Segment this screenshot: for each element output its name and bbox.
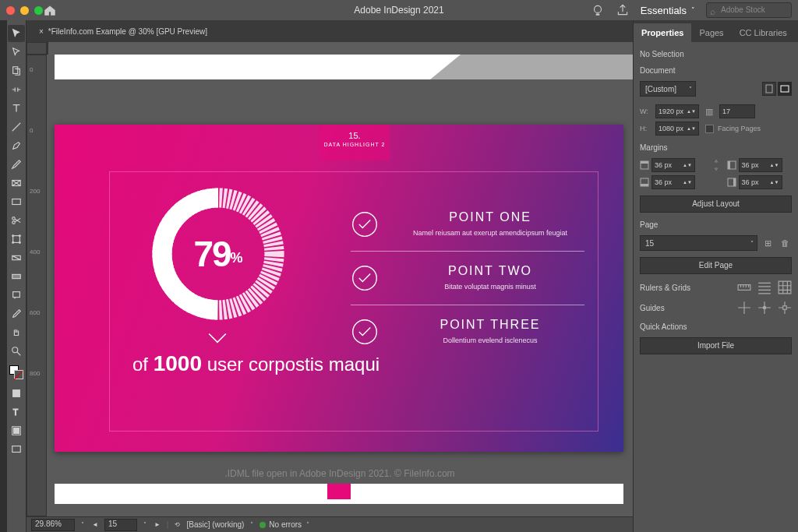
zoom-input[interactable]: 29.86% bbox=[31, 519, 75, 531]
height-label: H: bbox=[640, 125, 651, 132]
screen-mode-icon[interactable] bbox=[8, 441, 25, 458]
note-tool[interactable] bbox=[8, 287, 25, 304]
svg-rect-12 bbox=[12, 274, 21, 278]
section-rulers: Rulers & Grids bbox=[640, 284, 690, 292]
page-input[interactable]: 15 bbox=[104, 519, 137, 531]
direct-selection-tool[interactable] bbox=[8, 44, 25, 61]
tab-pages[interactable]: Pages bbox=[691, 23, 731, 42]
refresh-icon[interactable]: ⟲ bbox=[173, 521, 182, 528]
minimize-window[interactable] bbox=[20, 6, 29, 15]
workspace-selector[interactable]: Essentials ˅ bbox=[641, 5, 695, 16]
rectangle-frame-tool[interactable] bbox=[8, 174, 25, 192]
margin-right-input[interactable]: 36 px▲▼ bbox=[739, 175, 782, 189]
pencil-tool[interactable] bbox=[8, 156, 25, 173]
check-circle-icon bbox=[351, 264, 379, 292]
document-grid-icon[interactable] bbox=[778, 280, 792, 294]
prev-page-edge bbox=[55, 55, 633, 79]
lightbulb-icon[interactable] bbox=[591, 3, 605, 17]
margin-left-icon bbox=[727, 160, 736, 170]
line-tool[interactable] bbox=[8, 118, 25, 136]
adjust-layout-button[interactable]: Adjust Layout bbox=[640, 196, 792, 213]
fill-stroke-indicator[interactable] bbox=[8, 361, 25, 383]
facing-pages-checkbox[interactable] bbox=[705, 125, 714, 133]
width-input[interactable]: 1920 px▲▼ bbox=[655, 104, 699, 118]
ruler-icon[interactable] bbox=[737, 280, 751, 294]
svg-rect-13 bbox=[13, 292, 20, 298]
donut-value: 79 bbox=[193, 234, 230, 274]
svg-rect-37 bbox=[783, 306, 787, 310]
format-text-icon[interactable]: T bbox=[8, 403, 25, 421]
stock-search[interactable]: Adobe Stock bbox=[706, 2, 792, 18]
svg-rect-28 bbox=[641, 161, 648, 164]
document-preset-dropdown[interactable]: [Custom] bbox=[640, 81, 696, 97]
vertical-ruler[interactable]: 00200400600800 bbox=[26, 55, 47, 516]
edit-page-button[interactable]: Edit Page bbox=[640, 257, 792, 274]
smart-guides-icon[interactable] bbox=[778, 301, 792, 315]
import-file-button[interactable]: Import File bbox=[640, 337, 792, 354]
point-item: POINT THREEDollentium evelend isclenecus bbox=[351, 305, 584, 358]
svg-rect-32 bbox=[641, 184, 648, 186]
gap-tool[interactable] bbox=[8, 81, 25, 98]
tab-cc-libraries[interactable]: CC Libraries bbox=[732, 23, 795, 42]
margin-top-input[interactable]: 36 px▲▼ bbox=[651, 158, 695, 172]
canvas-area: × *FileInfo.com Example @ 30% [GPU Previ… bbox=[26, 20, 633, 532]
gradient-feather-tool[interactable] bbox=[8, 268, 25, 285]
pen-tool[interactable] bbox=[8, 137, 25, 154]
svg-rect-1 bbox=[13, 67, 18, 74]
layer-dropdown-icon[interactable]: ˅ bbox=[249, 521, 255, 528]
tab-properties[interactable]: Properties bbox=[634, 23, 691, 42]
page-number-dropdown[interactable]: 15 bbox=[640, 235, 757, 251]
new-page-icon[interactable]: ⊞ bbox=[761, 236, 775, 250]
point-subtitle: Dollentium evelend isclenecus bbox=[396, 336, 584, 344]
baseline-grid-icon[interactable] bbox=[757, 280, 772, 294]
point-subtitle: Namel reiusam aut exerupt amendicipsum f… bbox=[396, 229, 584, 237]
pages-icon: ▥ bbox=[704, 107, 715, 117]
document-tab[interactable]: × *FileInfo.com Example @ 30% [GPU Previ… bbox=[31, 22, 215, 41]
show-guides-icon[interactable] bbox=[737, 301, 751, 315]
preflight-status[interactable]: No errors ˅ bbox=[260, 520, 311, 529]
margin-bottom-input[interactable]: 36 px▲▼ bbox=[651, 175, 695, 189]
snap-guides-icon[interactable] bbox=[757, 301, 772, 315]
page-tool[interactable] bbox=[8, 62, 25, 79]
free-transform-tool[interactable] bbox=[8, 231, 25, 248]
gradient-swatch-tool[interactable] bbox=[8, 249, 25, 266]
share-icon[interactable] bbox=[616, 3, 630, 17]
orientation-landscape[interactable] bbox=[778, 82, 792, 96]
format-container-icon[interactable] bbox=[8, 385, 25, 402]
check-circle-icon bbox=[351, 318, 379, 346]
type-tool[interactable] bbox=[8, 100, 25, 117]
hand-tool[interactable] bbox=[8, 324, 25, 341]
svg-point-4 bbox=[12, 217, 16, 220]
svg-rect-30 bbox=[728, 161, 730, 169]
horizontal-ruler[interactable]: 020040060080010001200140016001800 bbox=[47, 42, 48, 55]
next-spread-icon[interactable]: ► bbox=[153, 521, 162, 528]
orientation-portrait[interactable] bbox=[762, 82, 776, 96]
link-margins-icon[interactable] bbox=[711, 158, 721, 172]
properties-panel: Properties Pages CC Libraries No Selecti… bbox=[633, 20, 798, 532]
svg-point-9 bbox=[12, 242, 14, 244]
eyedropper-tool[interactable] bbox=[8, 305, 25, 322]
zoom-tool[interactable] bbox=[8, 343, 25, 360]
selection-tool[interactable] bbox=[8, 25, 25, 42]
delete-page-icon[interactable]: 🗑 bbox=[778, 236, 792, 250]
body-copy: of 1000 user corpostis maqui bbox=[132, 351, 380, 377]
page-dropdown-icon[interactable]: ˅ bbox=[142, 521, 148, 528]
apply-color-icon[interactable] bbox=[8, 422, 25, 439]
prev-spread-icon[interactable]: ◄ bbox=[90, 521, 100, 528]
zoom-dropdown-icon[interactable]: ˅ bbox=[79, 521, 86, 528]
pages-input[interactable]: 17 bbox=[719, 104, 755, 118]
close-tab-icon[interactable]: × bbox=[39, 27, 44, 36]
svg-point-23 bbox=[353, 266, 377, 291]
document-viewport[interactable]: 15. DATA HIGHLIGHT 2 79% bbox=[47, 55, 633, 516]
status-bar: 29.86% ˅ ◄ 15 ˅ ► | ⟲ [Basic] (working) … bbox=[26, 516, 633, 532]
maximize-window[interactable] bbox=[34, 6, 43, 15]
scissors-tool[interactable] bbox=[8, 212, 25, 229]
close-window[interactable] bbox=[6, 6, 15, 15]
ruler-origin[interactable] bbox=[26, 42, 47, 55]
rectangle-tool[interactable] bbox=[8, 193, 25, 210]
app-title: Adobe InDesign 2021 bbox=[354, 5, 443, 16]
page-canvas[interactable]: 15. DATA HIGHLIGHT 2 79% bbox=[55, 125, 623, 452]
height-input[interactable]: 1080 px▲▼ bbox=[655, 122, 699, 136]
margin-left-input[interactable]: 36 px▲▼ bbox=[739, 158, 782, 172]
home-icon[interactable] bbox=[43, 3, 57, 17]
